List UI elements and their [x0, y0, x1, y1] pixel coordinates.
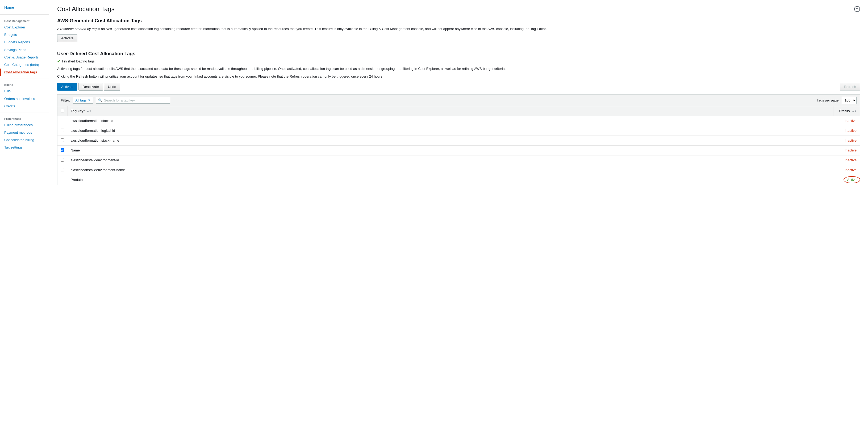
- sidebar-item-consolidated-billing[interactable]: Consolidated billing: [0, 136, 49, 144]
- page-title: Cost Allocation Tags: [57, 5, 115, 13]
- aws-activate-button[interactable]: Activate: [57, 34, 78, 42]
- tag-search-box[interactable]: 🔍 Search for a tag key...: [96, 97, 170, 104]
- table-row: NameInactive: [57, 145, 860, 155]
- sidebar-billing-items: BillsOrders and invoicesCredits: [0, 88, 49, 110]
- sidebar-item-budgets-reports[interactable]: Budgets Reports: [0, 38, 49, 46]
- status-header: Status ▲▼: [833, 106, 860, 116]
- status-badge: Inactive: [845, 148, 857, 152]
- sidebar-item-budgets[interactable]: Budgets: [0, 31, 49, 38]
- status-cell: Inactive: [833, 116, 860, 126]
- table-row: aws:cloudformation:stack-nameInactive: [57, 135, 860, 145]
- status-cell: Inactive: [833, 155, 860, 165]
- sidebar-item-cost-explorer[interactable]: Cost Explorer: [0, 24, 49, 31]
- tag-key-cell: aws:cloudformation:stack-id: [67, 116, 833, 126]
- status-cell: Inactive: [833, 165, 860, 175]
- user-defined-description1: Activating tags for cost allocation tell…: [57, 66, 860, 71]
- sidebar-home[interactable]: Home: [0, 4, 49, 12]
- table-header-row: Tag key* ▲▼ Status ▲▼: [57, 106, 860, 116]
- table-row: elasticbeanstalk:environment-nameInactiv…: [57, 165, 860, 175]
- sidebar-item-tax-settings[interactable]: Tax settings: [0, 144, 49, 151]
- sidebar-divider-2: [0, 78, 49, 78]
- sidebar-item-cost-categories[interactable]: Cost Categories (beta): [0, 61, 49, 69]
- tags-per-page-select[interactable]: 100 50 25: [842, 97, 857, 104]
- tags-per-page-control: Tags per page: 100 50 25: [817, 97, 857, 104]
- status-badge: Inactive: [845, 158, 857, 162]
- check-icon: ✔: [57, 59, 60, 64]
- filter-bar: Filter: All tags ▼ 🔍 Search for a tag ke…: [57, 94, 860, 106]
- sidebar-item-cost-usage-reports[interactable]: Cost & Usage Reports: [0, 54, 49, 61]
- tag-key-cell: aws:cloudformation:logical-id: [67, 126, 833, 135]
- sidebar-cost-items: Cost ExplorerBudgetsBudgets ReportsSavin…: [0, 24, 49, 76]
- row-checkbox-4[interactable]: [61, 158, 64, 162]
- search-placeholder: Search for a tag key...: [104, 98, 137, 102]
- tag-key-header: Tag key* ▲▼: [67, 106, 833, 116]
- user-defined-description2: Clicking the Refresh button will priorit…: [57, 74, 860, 79]
- tag-key-cell: aws:cloudformation:stack-name: [67, 135, 833, 145]
- sidebar-section-preferences: Preferences: [0, 114, 49, 122]
- sidebar-item-orders-invoices[interactable]: Orders and invoices: [0, 95, 49, 103]
- status-cell: Inactive: [833, 135, 860, 145]
- tag-key-cell: elasticbeanstalk:environment-name: [67, 165, 833, 175]
- deactivate-button[interactable]: Deactivate: [79, 83, 103, 91]
- filter-dropdown[interactable]: All tags ▼: [73, 97, 93, 104]
- select-all-checkbox[interactable]: [61, 109, 64, 112]
- aws-generated-section: AWS-Generated Cost Allocation Tags A res…: [57, 18, 860, 48]
- tags-table: Tag key* ▲▼ Status ▲▼ aws:cloudformation…: [57, 106, 860, 185]
- chevron-down-icon: ▼: [88, 99, 91, 102]
- filter-label: Filter:: [61, 98, 70, 102]
- row-checkbox-2[interactable]: [61, 138, 64, 142]
- resource-created-by-tag-italic: resource created by tag: [60, 27, 97, 31]
- status-badge: Active: [847, 178, 857, 182]
- table-row: aws:cloudformation:stack-idInactive: [57, 116, 860, 126]
- row-checkbox-5[interactable]: [61, 168, 64, 171]
- sidebar-item-cost-allocation-tags[interactable]: Cost allocation tags: [0, 69, 49, 76]
- finished-loading-status: ✔ Finished loading tags.: [57, 59, 860, 64]
- filter-all-tags-label: All tags: [75, 98, 87, 102]
- row-checkbox-6[interactable]: [61, 178, 64, 181]
- sidebar-item-credits[interactable]: Credits: [0, 103, 49, 110]
- row-checkbox-1[interactable]: [61, 129, 64, 132]
- sidebar-section-billing: Billing: [0, 80, 49, 88]
- tag-key-cell: Produto: [67, 175, 833, 185]
- sidebar-item-savings-plans[interactable]: Savings Plans: [0, 46, 49, 54]
- tag-key-cell: Name: [67, 145, 833, 155]
- refresh-button[interactable]: Refresh: [840, 83, 860, 91]
- page-title-bar: Cost Allocation Tags ?: [57, 5, 860, 13]
- status-cell: Inactive: [833, 126, 860, 135]
- row-checkbox-0[interactable]: [61, 119, 64, 122]
- status-badge: Inactive: [845, 138, 857, 142]
- aws-generated-description: A resource created by tag is an AWS-gene…: [57, 26, 860, 32]
- user-defined-section: User-Defined Cost Allocation Tags ✔ Fini…: [57, 51, 860, 185]
- finished-loading-text: Finished loading tags.: [62, 59, 95, 63]
- aws-generated-title: AWS-Generated Cost Allocation Tags: [57, 18, 860, 24]
- row-checkbox-3[interactable]: [61, 148, 64, 152]
- sidebar: Home Cost Management Cost ExplorerBudget…: [0, 0, 49, 431]
- table-row: elasticbeanstalk:environment-idInactive: [57, 155, 860, 165]
- table-row: aws:cloudformation:logical-idInactive: [57, 126, 860, 135]
- status-cell: Active: [833, 175, 860, 185]
- tags-per-page-label: Tags per page:: [817, 98, 840, 102]
- search-icon: 🔍: [98, 98, 102, 102]
- status-cell: Inactive: [833, 145, 860, 155]
- sidebar-section-cost-management: Cost Management: [0, 17, 49, 24]
- sidebar-divider-3: [0, 112, 49, 112]
- sidebar-item-billing-preferences[interactable]: Billing preferences: [0, 122, 49, 129]
- status-badge: Inactive: [845, 119, 857, 123]
- help-icon[interactable]: ?: [854, 6, 860, 12]
- sidebar-item-bills[interactable]: Bills: [0, 88, 49, 95]
- tags-tbody: aws:cloudformation:stack-idInactiveaws:c…: [57, 116, 860, 185]
- status-badge: Inactive: [845, 168, 857, 172]
- status-sort-icon[interactable]: ▲▼: [852, 110, 857, 112]
- tag-key-header-label: Tag key*: [71, 109, 85, 113]
- sidebar-item-payment-methods[interactable]: Payment methods: [0, 129, 49, 136]
- user-defined-title: User-Defined Cost Allocation Tags: [57, 51, 860, 57]
- sidebar-preferences-items: Billing preferencesPayment methodsConsol…: [0, 122, 49, 152]
- action-bar: Activate Deactivate Undo Refresh: [57, 83, 860, 91]
- status-badge: Inactive: [845, 129, 857, 133]
- activate-button[interactable]: Activate: [57, 83, 78, 91]
- select-all-header: [57, 106, 67, 116]
- tag-key-cell: elasticbeanstalk:environment-id: [67, 155, 833, 165]
- table-row: ProdutoActive: [57, 175, 860, 185]
- undo-button[interactable]: Undo: [104, 83, 120, 91]
- tag-key-sort-icon[interactable]: ▲▼: [87, 110, 91, 112]
